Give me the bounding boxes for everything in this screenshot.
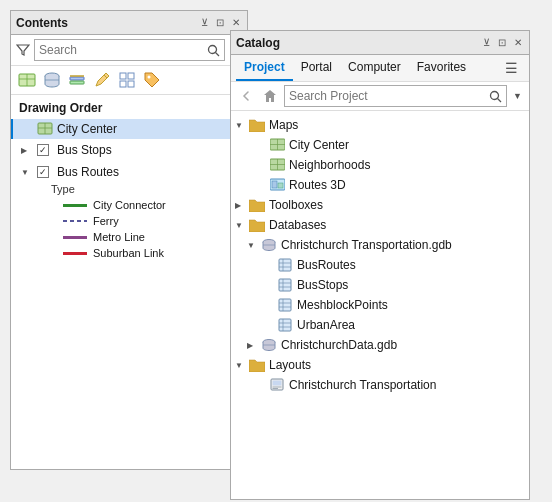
catalog-pin-button[interactable]: ⊻ — [481, 38, 492, 48]
tree-item-bus-routes[interactable]: ▼ Bus Routes — [11, 163, 247, 181]
metro-line — [63, 236, 87, 239]
filter-icon[interactable] — [16, 43, 30, 57]
christchurch-data-gdb-icon — [261, 337, 277, 353]
christchurch-layout-icon — [269, 377, 285, 393]
routes-3d-label: Routes 3D — [289, 178, 346, 192]
tree-item-toolboxes[interactable]: ▶ Toolboxes — [231, 195, 529, 215]
catalog-search-container — [284, 85, 507, 107]
svg-rect-13 — [120, 81, 126, 87]
ferry-label: Ferry — [93, 215, 119, 227]
databases-label: Databases — [269, 218, 326, 232]
catalog-search-dropdown[interactable]: ▼ — [511, 92, 524, 101]
city-center-label: City Center — [57, 122, 117, 136]
tree-item-type-label: Type — [11, 181, 247, 197]
contents-controls: ⊻ ⊡ ✕ — [199, 18, 242, 28]
tree-item-christchurch-transport-layout[interactable]: Christchurch Transportation — [231, 375, 529, 395]
tree-item-layouts[interactable]: ▼ Layouts — [231, 355, 529, 375]
add-map-button[interactable] — [16, 69, 38, 91]
contents-titlebar: Contents ⊻ ⊡ ✕ — [11, 11, 247, 35]
contents-panel: Contents ⊻ ⊡ ✕ ▼ — [10, 10, 248, 470]
svg-rect-32 — [279, 259, 291, 271]
database-button[interactable] — [41, 69, 63, 91]
catalog-controls: ⊻ ⊡ ✕ — [481, 38, 524, 48]
tab-project[interactable]: Project — [236, 55, 293, 81]
expand-databases-arrow: ▼ — [235, 221, 247, 230]
tree-item-bus-stops[interactable]: ▶ Bus Stops — [11, 141, 247, 159]
section-drawing-order: Drawing Order — [11, 99, 247, 119]
city-center-map-icon — [269, 137, 285, 153]
home-button[interactable] — [260, 86, 280, 106]
search-button[interactable] — [207, 44, 220, 57]
tree-item-catalog-city-center[interactable]: City Center — [231, 135, 529, 155]
catalog-search-button[interactable] — [489, 90, 502, 103]
tree-item-christchurch-gdb[interactable]: ▼ Christchurch Transportation.gdb — [231, 235, 529, 255]
expand-arrow-bus-stops: ▶ — [21, 146, 33, 155]
svg-rect-28 — [272, 181, 277, 188]
legend-metro: Metro Line — [11, 229, 247, 245]
catalog-menu-button[interactable]: ☰ — [499, 56, 524, 80]
search-input[interactable] — [39, 43, 207, 57]
bus-stops-checkbox[interactable] — [37, 144, 49, 156]
meshblock-db-icon — [277, 297, 293, 313]
tree-item-neighborhoods[interactable]: Neighborhoods — [231, 155, 529, 175]
bus-routes-label: Bus Routes — [57, 165, 119, 179]
toolboxes-folder-icon — [249, 197, 265, 213]
tree-item-urban-area-db[interactable]: UrbanArea — [231, 315, 529, 335]
suburban-line — [63, 252, 87, 255]
catalog-close-button[interactable]: ✕ — [512, 38, 524, 48]
tab-portal[interactable]: Portal — [293, 55, 340, 81]
tag-button[interactable] — [141, 69, 163, 91]
tree-item-meshblock-db[interactable]: MeshblockPoints — [231, 295, 529, 315]
svg-rect-40 — [279, 299, 291, 311]
type-label: Type — [51, 183, 75, 195]
tab-favorites[interactable]: Favorites — [409, 55, 474, 81]
svg-rect-11 — [120, 73, 126, 79]
back-button[interactable] — [236, 86, 256, 106]
pin-button[interactable]: ⊻ — [199, 18, 210, 28]
catalog-tabs: Project Portal Computer Favorites ☰ — [231, 55, 529, 82]
tree-item-routes-3d[interactable]: Routes 3D — [231, 175, 529, 195]
tree-item-bus-stops-db[interactable]: BusStops — [231, 275, 529, 295]
databases-folder-icon — [249, 217, 265, 233]
svg-line-1 — [216, 52, 220, 56]
contents-tree: Drawing Order City Center ▶ Bus Stops ▼ … — [11, 95, 247, 469]
layouts-folder-icon — [249, 357, 265, 373]
expand-layouts-arrow: ▼ — [235, 361, 247, 370]
legend-city-connector: City Connector — [11, 197, 247, 213]
layer-button[interactable] — [66, 69, 88, 91]
contents-title: Contents — [16, 16, 68, 30]
catalog-tree: ▼ Maps City Center — [231, 111, 529, 499]
metro-label: Metro Line — [93, 231, 145, 243]
grid-button[interactable] — [116, 69, 138, 91]
search-input-container — [34, 39, 225, 61]
catalog-nav: ▼ — [231, 82, 529, 111]
tree-item-christchurch-data-gdb[interactable]: ▶ ChristchurchData.gdb — [231, 335, 529, 355]
bus-stops-db-icon — [277, 277, 293, 293]
catalog-float-button[interactable]: ⊡ — [496, 38, 508, 48]
close-button[interactable]: ✕ — [230, 18, 242, 28]
tree-item-maps[interactable]: ▼ Maps — [231, 115, 529, 135]
tab-computer[interactable]: Computer — [340, 55, 409, 81]
christchurch-transport-layout-label: Christchurch Transportation — [289, 378, 436, 392]
svg-line-20 — [498, 98, 502, 102]
christchurch-gdb-label: Christchurch Transportation.gdb — [281, 238, 452, 252]
tree-item-databases[interactable]: ▼ Databases — [231, 215, 529, 235]
bus-routes-checkbox[interactable] — [37, 166, 49, 178]
neighborhoods-map-icon — [269, 157, 285, 173]
christchurch-data-gdb-label: ChristchurchData.gdb — [281, 338, 397, 352]
tree-item-bus-routes-db[interactable]: BusRoutes — [231, 255, 529, 275]
float-button[interactable]: ⊡ — [214, 18, 226, 28]
svg-rect-36 — [279, 279, 291, 291]
catalog-search-input[interactable] — [289, 89, 489, 103]
tree-item-city-center[interactable]: City Center — [11, 119, 247, 139]
legend-suburban: Suburban Link — [11, 245, 247, 261]
christchurch-gdb-icon — [261, 237, 277, 253]
bus-stops-label: Bus Stops — [57, 143, 112, 157]
suburban-label: Suburban Link — [93, 247, 164, 259]
expand-christchurch-gdb-arrow: ▼ — [247, 241, 259, 250]
search-bar: ▼ — [11, 35, 247, 66]
expand-maps-arrow: ▼ — [235, 121, 247, 130]
bus-stops-db-label: BusStops — [297, 278, 348, 292]
edit-button[interactable] — [91, 69, 113, 91]
contents-toolbar — [11, 66, 247, 95]
